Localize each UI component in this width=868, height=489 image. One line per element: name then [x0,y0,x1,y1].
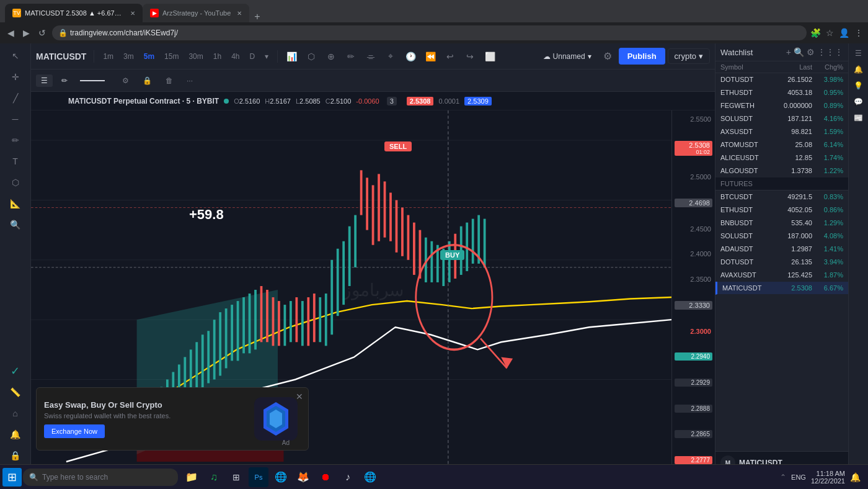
tf-more[interactable]: ▾ [261,50,272,63]
draw-lock-tool[interactable]: 🔒 [138,74,157,87]
sidebar-checkmark-icon[interactable]: ✓ [6,361,25,381]
taskbar-explorer-icon[interactable]: 📁 [182,467,202,487]
sidebar-pattern-icon[interactable]: ⬡ [6,173,25,192]
search-symbol-icon[interactable]: 🔍 [794,47,804,57]
sell-signal-label[interactable]: SELL [384,141,412,151]
tab-tradingview-close[interactable]: ✕ [130,10,135,17]
sidebar-hline-icon[interactable]: ─ [6,109,25,129]
bookmark-icon[interactable]: ☆ [826,28,834,38]
taskbar-spotify-icon[interactable]: ♫ [204,467,224,487]
wl-item-dotusdt-fut[interactable]: DOTUSDT 26.135 3.94% [715,256,848,269]
start-button[interactable]: ⊞ [2,468,22,487]
replay-icon[interactable]: ⏪ [422,48,439,65]
sidebar-trend-icon[interactable]: ╱ [6,88,25,108]
sidebar-lock-icon[interactable]: 🔒 [6,446,25,465]
draw-select-tool[interactable]: ☰ [36,74,53,87]
tf-5m[interactable]: 5m [140,50,158,63]
taskbar-microsoft-icon[interactable]: ⊞ [226,467,246,487]
ad-exchange-button[interactable]: Exchange Now [44,424,105,438]
wl-item-avaxusdt[interactable]: AVAXUSDT 125.425 1.87% [715,269,848,282]
rp-alerts-icon[interactable]: 🔔 [851,62,866,77]
tab-youtube[interactable]: ▶ ArzStrategy - YouTube ✕ [143,4,249,22]
tf-30m[interactable]: 30m [185,50,206,63]
rp-chat-icon[interactable]: 💬 [851,94,866,109]
tf-3m[interactable]: 3m [120,50,138,63]
crypto-dropdown[interactable]: crypto ▾ [668,48,710,64]
tab-tradingview[interactable]: TV MATICUSDT 2.5308 ▲ +6.67% U... ✕ [5,4,143,22]
sidebar-ruler-icon[interactable]: 📏 [6,382,25,402]
undo-icon[interactable]: ↩ [441,48,459,65]
line-style-display[interactable] [76,79,113,83]
wl-item-bnbusdt[interactable]: BNBUSDT 535.40 1.29% [715,217,848,230]
wl-item-atomusdt[interactable]: ATOMUSDT 25.08 6.14% [715,138,848,151]
sidebar-text-icon[interactable]: T [6,151,25,171]
wl-item-solusdt[interactable]: SOLUSDT 187.121 4.16% [715,112,848,125]
reload-button[interactable]: ↺ [36,27,48,39]
back-button[interactable]: ◀ [5,27,17,39]
sidebar-cursor-icon[interactable]: ↖ [6,46,25,66]
wl-item-ethusdt-fut[interactable]: ETHUSDT 4052.05 0.86% [715,204,848,217]
rectangle-icon[interactable]: ⬜ [481,48,498,65]
wl-item-maticusdt[interactable]: MATICUSDT 2.5308 6.67% [715,282,848,295]
wl-item-adausdt[interactable]: ADAUSDT 1.2987 1.41% [715,243,848,256]
wl-item-fegweth[interactable]: FEGWETH 0.000000 0.89% [715,99,848,112]
draw-settings-tool[interactable]: ⚙ [117,74,134,87]
tf-d[interactable]: D [246,50,259,63]
extensions-icon[interactable]: 🧩 [810,28,821,38]
wl-item-dotusdt[interactable]: DOTUSDT 26.1502 3.98% [715,73,848,86]
draw-pencil-tool[interactable]: ✏ [56,74,73,87]
watchlist-more-icon[interactable]: ⋮⋮⋮ [817,47,843,57]
menu-icon[interactable]: ⋮ [854,28,863,38]
sidebar-crosshair-icon[interactable]: ✛ [6,67,25,87]
bar-chart-icon[interactable]: 📊 [283,48,300,65]
settings-button[interactable]: ⚙ [599,48,616,65]
ad-close-button[interactable]: ✕ [296,392,303,402]
compare-icon[interactable]: ⊕ [322,48,340,65]
taskbar-notification-icon[interactable]: 🔔 [850,472,861,482]
sidebar-draw-icon[interactable]: ✏ [6,130,25,150]
rp-watchlist-icon[interactable]: ☰ [851,46,866,61]
bar-style2-icon[interactable]: ⌖ [382,48,399,65]
tf-1m[interactable]: 1m [99,50,117,63]
taskbar-music-icon[interactable]: ♪ [338,467,358,487]
sidebar-measure-icon[interactable]: 📐 [6,194,25,213]
indicator-badge[interactable]: 3 [387,97,397,105]
rp-ideas-icon[interactable]: 💡 [851,78,866,93]
tf-15m[interactable]: 15m [161,50,182,63]
redo-icon[interactable]: ↪ [461,48,479,65]
taskbar-chrome-icon[interactable]: 🦊 [293,467,313,487]
wl-item-ethusdt[interactable]: ETHUSDT 4053.18 0.95% [715,86,848,99]
rp-news-icon[interactable]: 📰 [851,110,866,125]
new-tab-button[interactable]: + [252,11,262,22]
unnamed-button[interactable]: ☁ Unnamed ▾ [538,50,596,63]
watchlist-settings-icon[interactable]: ⚙ [807,47,815,57]
add-symbol-icon[interactable]: + [786,47,791,57]
taskbar-media-icon[interactable]: 🌐 [271,467,291,487]
forward-button[interactable]: ▶ [20,27,32,39]
bar-style-icon[interactable]: ⌯ [362,48,379,65]
taskbar-web-icon[interactable]: 🌐 [360,467,380,487]
wl-item-algousdt[interactable]: ALGOUSDT 1.3738 1.22% [715,164,848,177]
indicator-icon[interactable]: ⬡ [303,48,320,65]
tf-4h[interactable]: 4h [228,50,243,63]
taskbar-search[interactable]: 🔍 Type here to search [23,469,178,486]
address-bar[interactable]: 🔒 tradingview.com/chart/iKSEwd7j/ [52,25,807,40]
wl-item-aliceusdt[interactable]: ALICEUSDT 12.85 1.74% [715,151,848,164]
sidebar-zoom-icon[interactable]: 🔍 [6,215,25,235]
wl-item-axsusdt[interactable]: AXSUSDT 98.821 1.59% [715,125,848,138]
draw-tools-icon[interactable]: ✏ [342,48,360,65]
tab-youtube-close[interactable]: ✕ [237,10,242,17]
wl-item-btcusdt[interactable]: BTCUSDT 49291.5 0.83% [715,191,848,204]
draw-delete-tool[interactable]: 🗑 [161,74,178,87]
publish-button[interactable]: Publish [619,48,665,65]
clock-icon[interactable]: 🕐 [402,48,419,65]
sidebar-home-icon[interactable]: ⌂ [6,403,25,423]
wl-item-solusdt-fut[interactable]: SOLUSDT 187.000 4.08% [715,230,848,243]
sidebar-alert-icon[interactable]: 🔔 [6,424,25,444]
taskbar-photoshop-icon[interactable]: Ps [249,467,268,487]
taskbar-record-icon[interactable]: ⏺ [316,467,335,487]
profile-icon[interactable]: 👤 [839,28,849,38]
tf-1h[interactable]: 1h [210,50,225,63]
symbol-name[interactable]: MATICUSDT [36,52,86,61]
draw-more-tool[interactable]: ··· [182,74,198,87]
